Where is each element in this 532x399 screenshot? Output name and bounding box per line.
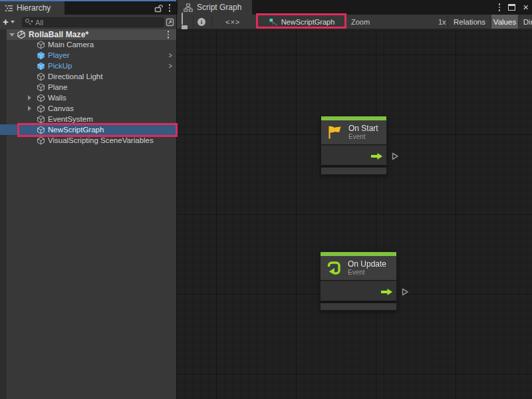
scene-name: RollaBall Maze* xyxy=(29,30,88,39)
node-port-row xyxy=(321,145,387,166)
annotation-box-breadcrumb xyxy=(256,13,346,29)
cube-icon xyxy=(37,115,45,124)
script-graph-tab-label: Script Graph xyxy=(197,3,241,12)
cube-icon xyxy=(37,83,45,92)
unity-editor: Hierarchy + RollaBall Maze* xyxy=(0,0,532,399)
search-icon xyxy=(25,19,33,26)
cube-icon xyxy=(37,94,45,102)
zoom-value: 1x xyxy=(438,15,446,29)
script-graph-panel: Script Graph × i <×> NewScriptGraph xyxy=(176,0,532,399)
info-button[interactable]: i xyxy=(198,15,205,29)
dim-button[interactable]: Dim xyxy=(519,15,532,29)
node-footer xyxy=(321,167,387,175)
plus-icon: + xyxy=(3,17,9,27)
cube-icon xyxy=(37,104,45,113)
scene-menu-icon[interactable] xyxy=(167,31,170,39)
hierarchy-menu-icon[interactable] xyxy=(168,4,171,12)
flow-output-arrow-icon[interactable] xyxy=(380,288,393,296)
graph-tab-strip: Script Graph × xyxy=(177,0,532,15)
relations-button[interactable]: Relations xyxy=(448,15,491,29)
port-triangle-icon[interactable] xyxy=(391,152,399,161)
info-icon: i xyxy=(198,18,205,26)
hierarchy-tab-strip: Hierarchy xyxy=(0,0,176,15)
node-subtitle: Event xyxy=(348,269,386,277)
code-preview-button[interactable]: <×> xyxy=(225,15,240,29)
node-header: On Update Event xyxy=(320,256,397,281)
node-title: On Start xyxy=(348,124,378,133)
prefab-chevron-icon[interactable]: > xyxy=(168,62,172,70)
unity-scene-icon xyxy=(17,30,26,39)
close-icon[interactable]: × xyxy=(523,4,529,11)
node-on-update[interactable]: On Update Event xyxy=(320,251,397,311)
search-input[interactable] xyxy=(35,19,135,27)
code-icon: <×> xyxy=(225,18,240,26)
graph-toolbar: i <×> NewScriptGraph Zoom 1x Relations xyxy=(177,15,532,29)
hierarchy-toolbar: + xyxy=(0,15,176,29)
flow-output-arrow-icon[interactable] xyxy=(370,152,383,160)
loop-icon xyxy=(326,260,342,276)
prefab-cube-icon xyxy=(37,62,45,70)
values-button[interactable]: Values xyxy=(491,15,518,29)
node-accent-stripe xyxy=(321,116,387,120)
tree-row-walls[interactable]: Walls xyxy=(0,92,176,103)
hierarchy-tab-label: Hierarchy xyxy=(17,3,51,13)
picker-icon[interactable] xyxy=(166,18,174,27)
tree-row-directional-light[interactable]: Directional Light xyxy=(0,71,176,82)
node-accent-stripe xyxy=(320,251,397,256)
tab-script-graph[interactable]: Script Graph xyxy=(178,0,252,15)
cube-icon xyxy=(37,72,45,81)
maximize-icon[interactable] xyxy=(508,4,515,11)
foldout-collapsed-icon[interactable] xyxy=(28,95,31,100)
zoom-label: Zoom xyxy=(351,15,370,29)
focused-window-indicator xyxy=(0,0,176,1)
node-port-row xyxy=(320,281,397,301)
annotation-box-hierarchy xyxy=(17,123,178,137)
port-triangle-icon[interactable] xyxy=(401,287,409,297)
flag-icon xyxy=(327,124,342,140)
chevron-down-icon xyxy=(11,21,15,23)
graph-canvas[interactable]: On Start Event On Update Eve xyxy=(177,29,532,399)
tab-hierarchy[interactable]: Hierarchy xyxy=(0,1,65,15)
tree-row-pickup[interactable]: PickUp > xyxy=(0,61,176,71)
scene-header-row[interactable]: RollaBall Maze* xyxy=(7,29,176,40)
node-subtitle: Event xyxy=(348,133,378,141)
cube-icon xyxy=(37,136,45,145)
tree-row-plane[interactable]: Plane xyxy=(0,82,176,92)
prefab-chevron-icon[interactable]: > xyxy=(168,51,172,59)
lock-button[interactable] xyxy=(182,15,188,29)
add-gameobject-button[interactable]: + xyxy=(3,17,15,27)
hierarchy-panel: Hierarchy + RollaBall Maze* xyxy=(0,0,176,399)
foldout-expanded-icon[interactable] xyxy=(9,33,15,37)
node-on-start[interactable]: On Start Event xyxy=(321,116,387,175)
tree-row-canvas[interactable]: Canvas xyxy=(0,103,176,114)
foldout-collapsed-icon[interactable] xyxy=(28,106,31,111)
hierarchy-icon xyxy=(5,4,13,13)
graph-icon xyxy=(184,3,193,12)
lock-icon xyxy=(182,13,188,30)
node-footer xyxy=(320,303,397,311)
window-menu-icon[interactable] xyxy=(498,3,501,11)
cube-icon xyxy=(37,41,45,49)
unlock-icon[interactable] xyxy=(154,3,163,13)
hierarchy-search-field[interactable] xyxy=(22,17,164,27)
node-title: On Update xyxy=(348,260,386,269)
tree-row-main-camera[interactable]: Main Camera xyxy=(0,39,176,50)
prefab-cube-icon xyxy=(37,51,45,60)
tree-row-player[interactable]: Player > xyxy=(0,50,176,61)
node-header: On Start Event xyxy=(321,120,387,145)
